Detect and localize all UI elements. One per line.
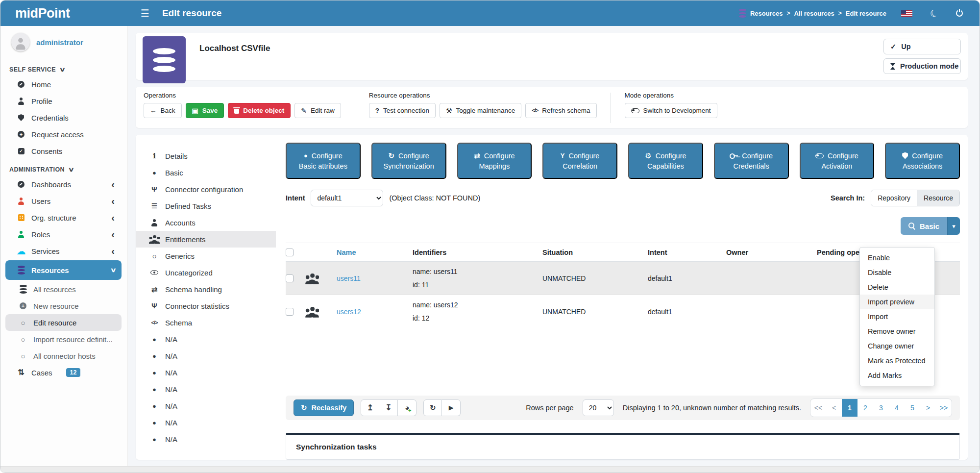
user-name[interactable]: administrator xyxy=(36,38,83,47)
sidebar-item-request-access[interactable]: Request access xyxy=(0,126,127,143)
configure-basic-attributes-button[interactable]: Configure Basic attributes xyxy=(286,143,361,179)
user-block[interactable]: administrator xyxy=(0,26,127,59)
run-button[interactable] xyxy=(442,399,461,416)
column-header-identifiers[interactable]: Identifiers xyxy=(413,249,542,256)
configure-credentials-button[interactable]: Configure Credentials xyxy=(714,143,789,179)
nav-item-na[interactable]: N/A xyxy=(136,431,276,448)
download-button[interactable] xyxy=(379,399,398,416)
shadow-name-link[interactable]: users12 xyxy=(337,308,361,316)
sidebar-item-services[interactable]: Services xyxy=(0,243,127,259)
select-all-checkbox[interactable] xyxy=(286,249,294,256)
sidebar-item-users[interactable]: Users xyxy=(0,193,127,209)
bottom-scroll-strip[interactable] xyxy=(0,466,980,473)
search-in-resource-button[interactable]: Resource xyxy=(917,190,959,206)
nav-item-na[interactable]: N/A xyxy=(136,414,276,431)
breadcrumb-item[interactable]: All resources xyxy=(794,10,834,17)
nav-item-na[interactable]: N/A xyxy=(136,364,276,381)
column-header-name[interactable]: Name xyxy=(337,249,413,256)
configure-synchronization-button[interactable]: Configure Synchronization xyxy=(371,143,446,179)
nav-item-generics[interactable]: Generics xyxy=(136,248,276,264)
moon-icon[interactable] xyxy=(930,9,938,18)
menu-item-import[interactable]: Import xyxy=(860,309,934,324)
create-report-button[interactable] xyxy=(398,399,416,416)
page-button[interactable]: 3 xyxy=(873,399,889,417)
sidebar-item-resources[interactable]: Resources xyxy=(5,260,122,280)
menu-item-delete[interactable]: Delete xyxy=(860,280,934,295)
menu-item-import-preview[interactable]: Import preview xyxy=(860,295,934,309)
switch-to-development-button[interactable]: Switch to Development xyxy=(625,103,717,118)
nav-item-details[interactable]: Details xyxy=(136,148,276,164)
delete-object-button[interactable]: Delete object xyxy=(228,103,291,118)
menu-item-mark-as-protected[interactable]: Mark as Protected xyxy=(860,353,934,368)
breadcrumb-item[interactable]: Edit resource xyxy=(846,10,886,17)
shadow-name-link[interactable]: users11 xyxy=(337,274,361,282)
page-button[interactable]: 5 xyxy=(905,399,920,417)
menu-item-add-marks[interactable]: Add Marks xyxy=(860,368,934,383)
menu-item-remove-owner[interactable]: Remove owner xyxy=(860,324,934,339)
basic-search-button[interactable]: Basic xyxy=(901,217,947,235)
row-checkbox[interactable] xyxy=(286,274,294,282)
upload-button[interactable] xyxy=(361,399,379,416)
nav-item-na[interactable]: N/A xyxy=(136,381,276,398)
app-logo[interactable]: midPoint xyxy=(0,6,128,21)
toggle-maintenance-button[interactable]: Toggle maintenance xyxy=(440,103,521,118)
page-button[interactable]: 4 xyxy=(889,399,905,417)
nav-item-accounts[interactable]: Accounts xyxy=(136,214,276,231)
production-mode-button[interactable]: Production mode xyxy=(883,58,961,74)
sidebar-item-dashboards[interactable]: Dashboards xyxy=(0,176,127,193)
hamburger-icon[interactable] xyxy=(141,8,149,18)
save-button[interactable]: Save xyxy=(186,103,224,118)
sidebar-item-credentials[interactable]: Credentials xyxy=(0,109,127,126)
nav-item-na[interactable]: N/A xyxy=(136,398,276,414)
sidebar-item-consents[interactable]: Consents xyxy=(0,143,127,159)
page-button[interactable]: 2 xyxy=(858,399,873,417)
refresh-schema-button[interactable]: Refresh schema xyxy=(525,103,596,118)
configure-correlation-button[interactable]: Configure Correlation xyxy=(542,143,617,179)
sidebar-section-self-service[interactable]: SELF SERVICE xyxy=(0,59,127,76)
us-flag-icon[interactable] xyxy=(901,10,912,17)
nav-item-schema[interactable]: Schema xyxy=(136,314,276,331)
rows-per-page-select[interactable]: 20 xyxy=(583,399,614,416)
sidebar-item-new-resource[interactable]: New resource xyxy=(0,298,127,314)
intent-select[interactable]: default1 xyxy=(311,190,383,206)
status-up-button[interactable]: Up xyxy=(883,39,961,54)
menu-item-disable[interactable]: Disable xyxy=(860,265,934,280)
menu-item-enable[interactable]: Enable xyxy=(860,250,934,265)
test-connection-button[interactable]: Test connection xyxy=(369,103,436,118)
edit-raw-button[interactable]: Edit raw xyxy=(294,103,341,118)
back-button[interactable]: Back xyxy=(144,103,182,118)
first-page-button[interactable]: << xyxy=(810,399,826,417)
search-mode-dropdown-button[interactable] xyxy=(947,217,960,235)
previous-page-button[interactable]: < xyxy=(826,399,842,417)
breadcrumb-item[interactable]: Resources xyxy=(750,10,783,17)
sidebar-item-import-resource-definition[interactable]: Import resource definit... xyxy=(0,331,127,348)
nav-item-defined-tasks[interactable]: Defined Tasks xyxy=(136,198,276,214)
column-header-situation[interactable]: Situation xyxy=(542,249,648,256)
sidebar-item-org-structure[interactable]: Org. structure xyxy=(0,209,127,226)
nav-item-na[interactable]: N/A xyxy=(136,348,276,364)
sidebar-item-edit-resource[interactable]: Edit resource xyxy=(5,314,122,331)
column-header-intent[interactable]: Intent xyxy=(648,249,726,256)
search-in-repository-button[interactable]: Repository xyxy=(871,190,917,206)
sidebar-item-roles[interactable]: Roles xyxy=(0,226,127,243)
sidebar-item-all-resources[interactable]: All resources xyxy=(0,281,127,298)
row-checkbox[interactable] xyxy=(286,308,294,316)
nav-item-schema-handling[interactable]: Schema handling xyxy=(136,281,276,298)
configure-mappings-button[interactable]: Configure Mappings xyxy=(457,143,532,179)
nav-item-basic[interactable]: Basic xyxy=(136,164,276,181)
nav-item-connector-statistics[interactable]: Connector statistics xyxy=(136,298,276,314)
column-header-owner[interactable]: Owner xyxy=(726,249,817,256)
next-page-button[interactable]: > xyxy=(920,399,936,417)
page-button[interactable]: 1 xyxy=(842,399,858,417)
configure-activation-button[interactable]: Configure Activation xyxy=(800,143,875,179)
nav-item-connector-configuration[interactable]: Connector configuration xyxy=(136,181,276,198)
reclassify-button[interactable]: Reclassify xyxy=(294,399,354,416)
configure-associations-button[interactable]: Configure Associations xyxy=(885,143,960,179)
sidebar-item-profile[interactable]: Profile xyxy=(0,93,127,109)
nav-item-uncategorized[interactable]: Uncategorized xyxy=(136,264,276,281)
power-icon[interactable] xyxy=(956,10,963,17)
menu-item-change-owner[interactable]: Change owner xyxy=(860,339,934,353)
configure-capabilities-button[interactable]: Configure Capabilities xyxy=(628,143,703,179)
last-page-button[interactable]: >> xyxy=(936,399,952,417)
nav-item-na[interactable]: N/A xyxy=(136,331,276,348)
